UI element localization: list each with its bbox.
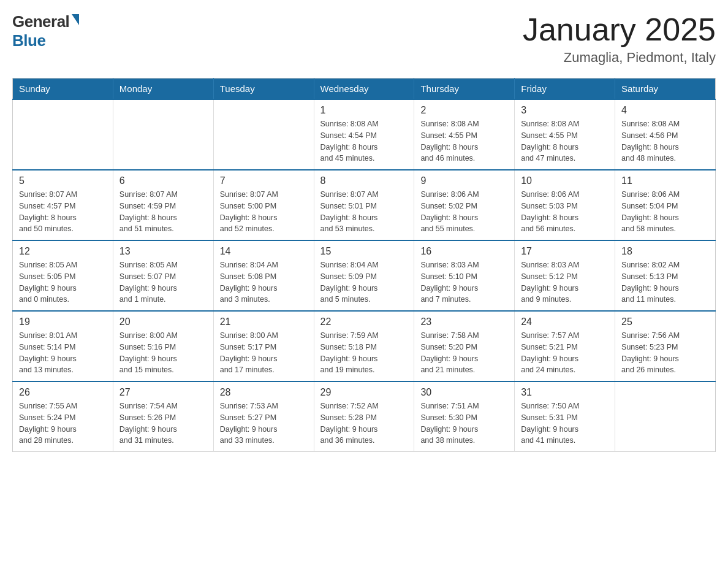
calendar-cell: 28Sunrise: 7:53 AM Sunset: 5:27 PM Dayli… [213, 381, 314, 452]
calendar-cell [615, 381, 716, 452]
day-info: Sunrise: 7:52 AM Sunset: 5:28 PM Dayligh… [320, 400, 408, 446]
day-info: Sunrise: 8:08 AM Sunset: 4:55 PM Dayligh… [420, 118, 508, 164]
day-info: Sunrise: 8:05 AM Sunset: 5:07 PM Dayligh… [119, 259, 207, 305]
calendar-header-row: SundayMondayTuesdayWednesdayThursdayFrid… [13, 79, 716, 100]
day-info: Sunrise: 7:56 AM Sunset: 5:23 PM Dayligh… [621, 330, 709, 376]
day-number: 11 [621, 175, 709, 186]
calendar-cell: 25Sunrise: 7:56 AM Sunset: 5:23 PM Dayli… [615, 311, 716, 381]
day-number: 7 [220, 175, 308, 186]
day-info: Sunrise: 8:05 AM Sunset: 5:05 PM Dayligh… [19, 259, 107, 305]
calendar-cell: 15Sunrise: 8:04 AM Sunset: 5:09 PM Dayli… [314, 240, 414, 311]
calendar-cell: 22Sunrise: 7:59 AM Sunset: 5:18 PM Dayli… [314, 311, 414, 381]
location-title: Zumaglia, Piedmont, Italy [523, 50, 716, 66]
day-number: 30 [420, 387, 508, 398]
calendar-week-3: 12Sunrise: 8:05 AM Sunset: 5:05 PM Dayli… [13, 240, 716, 311]
day-info: Sunrise: 8:03 AM Sunset: 5:10 PM Dayligh… [420, 259, 508, 305]
day-number: 8 [320, 175, 408, 186]
calendar-cell: 24Sunrise: 7:57 AM Sunset: 5:21 PM Dayli… [515, 311, 615, 381]
month-title: January 2025 [523, 12, 716, 47]
page-header: General Blue January 2025 Zumaglia, Pied… [12, 12, 716, 66]
calendar-cell: 2Sunrise: 8:08 AM Sunset: 4:55 PM Daylig… [414, 99, 515, 170]
calendar-cell: 18Sunrise: 8:02 AM Sunset: 5:13 PM Dayli… [615, 240, 716, 311]
calendar-cell: 26Sunrise: 7:55 AM Sunset: 5:24 PM Dayli… [13, 381, 113, 452]
day-number: 6 [119, 175, 207, 186]
calendar-week-2: 5Sunrise: 8:07 AM Sunset: 4:57 PM Daylig… [13, 170, 716, 240]
calendar-header-friday: Friday [515, 79, 615, 100]
day-info: Sunrise: 8:07 AM Sunset: 4:57 PM Dayligh… [19, 189, 107, 235]
day-info: Sunrise: 8:04 AM Sunset: 5:09 PM Dayligh… [320, 259, 408, 305]
day-info: Sunrise: 7:53 AM Sunset: 5:27 PM Dayligh… [220, 400, 308, 446]
calendar-cell [213, 99, 314, 170]
calendar-header-sunday: Sunday [13, 79, 113, 100]
day-number: 28 [220, 387, 308, 398]
day-number: 26 [19, 387, 107, 398]
calendar-header-tuesday: Tuesday [213, 79, 314, 100]
calendar-cell: 31Sunrise: 7:50 AM Sunset: 5:31 PM Dayli… [515, 381, 615, 452]
day-info: Sunrise: 8:07 AM Sunset: 5:00 PM Dayligh… [220, 189, 308, 235]
calendar-cell: 21Sunrise: 8:00 AM Sunset: 5:17 PM Dayli… [213, 311, 314, 381]
calendar-cell: 10Sunrise: 8:06 AM Sunset: 5:03 PM Dayli… [515, 170, 615, 240]
day-number: 19 [19, 316, 107, 327]
logo: General Blue [12, 12, 79, 50]
day-number: 22 [320, 316, 408, 327]
day-number: 2 [420, 105, 508, 116]
day-info: Sunrise: 7:54 AM Sunset: 5:26 PM Dayligh… [119, 400, 207, 446]
calendar-header-wednesday: Wednesday [314, 79, 414, 100]
day-info: Sunrise: 8:00 AM Sunset: 5:17 PM Dayligh… [220, 330, 308, 376]
title-area: January 2025 Zumaglia, Piedmont, Italy [523, 12, 716, 66]
calendar-header-monday: Monday [113, 79, 213, 100]
day-info: Sunrise: 7:57 AM Sunset: 5:21 PM Dayligh… [521, 330, 609, 376]
day-info: Sunrise: 8:06 AM Sunset: 5:04 PM Dayligh… [621, 189, 709, 235]
day-number: 21 [220, 316, 308, 327]
day-number: 20 [119, 316, 207, 327]
day-info: Sunrise: 8:08 AM Sunset: 4:55 PM Dayligh… [521, 118, 609, 164]
day-info: Sunrise: 8:07 AM Sunset: 4:59 PM Dayligh… [119, 189, 207, 235]
calendar-cell: 13Sunrise: 8:05 AM Sunset: 5:07 PM Dayli… [113, 240, 213, 311]
day-number: 9 [420, 175, 508, 186]
calendar-cell: 27Sunrise: 7:54 AM Sunset: 5:26 PM Dayli… [113, 381, 213, 452]
day-info: Sunrise: 8:06 AM Sunset: 5:03 PM Dayligh… [521, 189, 609, 235]
day-info: Sunrise: 8:08 AM Sunset: 4:56 PM Dayligh… [621, 118, 709, 164]
day-number: 14 [220, 246, 308, 257]
calendar-cell: 12Sunrise: 8:05 AM Sunset: 5:05 PM Dayli… [13, 240, 113, 311]
calendar-week-4: 19Sunrise: 8:01 AM Sunset: 5:14 PM Dayli… [13, 311, 716, 381]
calendar-cell [113, 99, 213, 170]
day-info: Sunrise: 8:01 AM Sunset: 5:14 PM Dayligh… [19, 330, 107, 376]
day-number: 13 [119, 246, 207, 257]
calendar-cell: 9Sunrise: 8:06 AM Sunset: 5:02 PM Daylig… [414, 170, 515, 240]
day-number: 27 [119, 387, 207, 398]
day-info: Sunrise: 7:59 AM Sunset: 5:18 PM Dayligh… [320, 330, 408, 376]
calendar-cell: 11Sunrise: 8:06 AM Sunset: 5:04 PM Dayli… [615, 170, 716, 240]
day-number: 4 [621, 105, 709, 116]
day-number: 16 [420, 246, 508, 257]
calendar-cell: 5Sunrise: 8:07 AM Sunset: 4:57 PM Daylig… [13, 170, 113, 240]
calendar-header-thursday: Thursday [414, 79, 515, 100]
day-info: Sunrise: 8:08 AM Sunset: 4:54 PM Dayligh… [320, 118, 408, 164]
day-number: 25 [621, 316, 709, 327]
day-number: 31 [521, 387, 609, 398]
day-info: Sunrise: 8:02 AM Sunset: 5:13 PM Dayligh… [621, 259, 709, 305]
day-number: 12 [19, 246, 107, 257]
calendar-header-saturday: Saturday [615, 79, 716, 100]
day-info: Sunrise: 7:51 AM Sunset: 5:30 PM Dayligh… [420, 400, 508, 446]
calendar-cell: 20Sunrise: 8:00 AM Sunset: 5:16 PM Dayli… [113, 311, 213, 381]
calendar-cell: 14Sunrise: 8:04 AM Sunset: 5:08 PM Dayli… [213, 240, 314, 311]
day-info: Sunrise: 8:00 AM Sunset: 5:16 PM Dayligh… [119, 330, 207, 376]
day-info: Sunrise: 8:07 AM Sunset: 5:01 PM Dayligh… [320, 189, 408, 235]
day-number: 29 [320, 387, 408, 398]
day-number: 23 [420, 316, 508, 327]
day-info: Sunrise: 8:04 AM Sunset: 5:08 PM Dayligh… [220, 259, 308, 305]
calendar-cell [13, 99, 113, 170]
day-info: Sunrise: 7:58 AM Sunset: 5:20 PM Dayligh… [420, 330, 508, 376]
logo-general: General [12, 12, 69, 31]
day-info: Sunrise: 7:55 AM Sunset: 5:24 PM Dayligh… [19, 400, 107, 446]
day-info: Sunrise: 8:03 AM Sunset: 5:12 PM Dayligh… [521, 259, 609, 305]
calendar-cell: 17Sunrise: 8:03 AM Sunset: 5:12 PM Dayli… [515, 240, 615, 311]
calendar-cell: 30Sunrise: 7:51 AM Sunset: 5:30 PM Dayli… [414, 381, 515, 452]
day-number: 15 [320, 246, 408, 257]
logo-blue: Blue [12, 31, 45, 50]
day-number: 17 [521, 246, 609, 257]
logo-triangle-icon [72, 14, 79, 25]
calendar-cell: 8Sunrise: 8:07 AM Sunset: 5:01 PM Daylig… [314, 170, 414, 240]
day-number: 1 [320, 105, 408, 116]
